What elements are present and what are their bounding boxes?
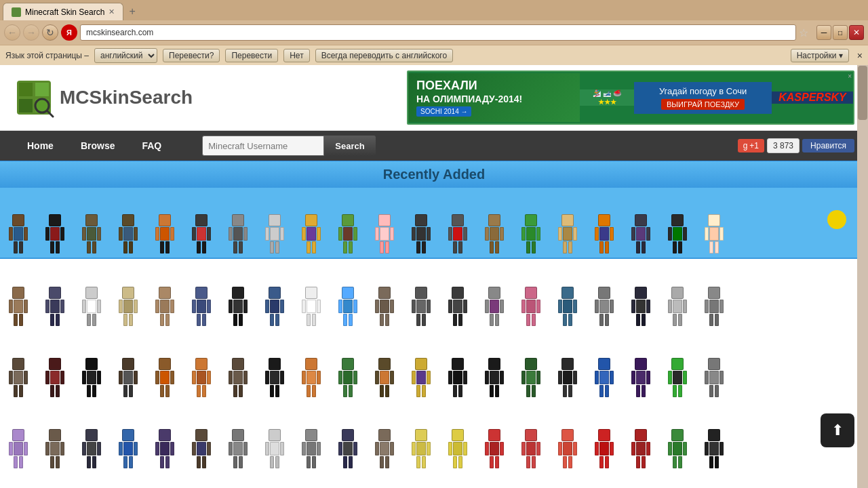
ad-banner[interactable]: ПОЕХАЛИ НА ОЛИМПИАДУ-2014! SOCHI 2014 → … bbox=[407, 70, 854, 125]
skin-item[interactable] bbox=[586, 213, 623, 255]
skin-item[interactable] bbox=[659, 428, 696, 470]
translate-question-btn[interactable]: Перевести? bbox=[163, 49, 220, 62]
skin-item[interactable] bbox=[330, 428, 366, 470]
skin-item[interactable] bbox=[513, 357, 549, 399]
skin-item[interactable] bbox=[696, 357, 732, 399]
fb-like-btn[interactable]: Нравится bbox=[802, 139, 854, 152]
skin-item[interactable] bbox=[183, 285, 220, 327]
skin-item[interactable] bbox=[293, 213, 330, 255]
skin-item[interactable] bbox=[220, 428, 256, 470]
skin-item[interactable] bbox=[623, 357, 659, 399]
skin-item[interactable] bbox=[183, 357, 220, 399]
skin-item[interactable] bbox=[256, 213, 293, 255]
address-input[interactable] bbox=[80, 24, 796, 41]
skin-item[interactable] bbox=[549, 357, 586, 399]
skin-item[interactable] bbox=[403, 428, 439, 470]
skin-item[interactable] bbox=[37, 285, 73, 327]
yandex-icon[interactable]: Я bbox=[61, 24, 77, 41]
search-input[interactable] bbox=[202, 136, 324, 156]
skin-item[interactable] bbox=[183, 213, 220, 255]
ad-sochi-btn[interactable]: SOCHI 2014 → bbox=[416, 106, 471, 117]
close-btn[interactable]: ✕ bbox=[849, 25, 864, 40]
skin-item[interactable] bbox=[696, 285, 732, 327]
skin-item[interactable] bbox=[37, 428, 73, 470]
skin-item[interactable] bbox=[586, 428, 623, 470]
skin-item[interactable] bbox=[549, 213, 586, 255]
skin-item[interactable] bbox=[0, 428, 37, 470]
skin-item[interactable] bbox=[146, 357, 183, 399]
skin-item[interactable] bbox=[476, 357, 513, 399]
skin-item[interactable] bbox=[220, 213, 256, 255]
skin-item[interactable] bbox=[403, 357, 439, 399]
skin-item[interactable] bbox=[330, 357, 366, 399]
refresh-btn[interactable]: ↻ bbox=[42, 24, 58, 41]
scrollbar[interactable] bbox=[857, 65, 868, 488]
skin-item[interactable] bbox=[293, 357, 330, 399]
skin-item[interactable] bbox=[659, 213, 696, 255]
skin-item[interactable] bbox=[73, 428, 110, 470]
nav-browse[interactable]: Browse bbox=[67, 132, 129, 159]
skin-item[interactable] bbox=[146, 285, 183, 327]
tab-close-btn[interactable]: ✕ bbox=[108, 7, 115, 16]
skin-item[interactable] bbox=[403, 285, 439, 327]
no-btn[interactable]: Нет bbox=[283, 49, 309, 62]
gplus-btn[interactable]: g +1 bbox=[738, 139, 764, 152]
skin-item[interactable] bbox=[439, 428, 476, 470]
nav-home[interactable]: Home bbox=[14, 132, 67, 159]
skin-item[interactable] bbox=[476, 285, 513, 327]
skin-item[interactable] bbox=[220, 285, 256, 327]
skin-item[interactable] bbox=[549, 428, 586, 470]
skin-item[interactable] bbox=[256, 357, 293, 399]
skin-item[interactable] bbox=[366, 428, 403, 470]
skin-item[interactable] bbox=[513, 428, 549, 470]
language-select[interactable]: английский bbox=[94, 48, 157, 63]
skin-item[interactable] bbox=[330, 285, 366, 327]
skin-item[interactable] bbox=[110, 213, 146, 255]
translate-settings-btn[interactable]: Настройки ▾ bbox=[791, 49, 849, 62]
skin-item[interactable] bbox=[623, 428, 659, 470]
skin-item[interactable] bbox=[476, 213, 513, 255]
skin-item[interactable] bbox=[366, 357, 403, 399]
skin-item[interactable] bbox=[549, 285, 586, 327]
skin-item[interactable] bbox=[110, 285, 146, 327]
skin-item[interactable] bbox=[659, 357, 696, 399]
skin-item[interactable] bbox=[513, 285, 549, 327]
ad-cta-btn[interactable]: ВЫИГРАЙ ПОЕЗДКУ bbox=[661, 99, 745, 110]
skin-item[interactable] bbox=[146, 428, 183, 470]
nav-faq[interactable]: FAQ bbox=[128, 132, 175, 159]
skin-item[interactable] bbox=[73, 357, 110, 399]
skin-item[interactable] bbox=[37, 357, 73, 399]
skin-item[interactable] bbox=[0, 357, 37, 399]
skin-item[interactable] bbox=[0, 285, 37, 327]
scroll-up-btn[interactable]: ⬆ bbox=[821, 413, 854, 447]
skin-item[interactable] bbox=[37, 213, 73, 255]
bookmark-btn[interactable]: ☆ bbox=[799, 26, 808, 39]
skin-item[interactable] bbox=[183, 428, 220, 470]
maximize-btn[interactable]: □ bbox=[833, 25, 848, 40]
skin-item[interactable] bbox=[256, 428, 293, 470]
new-tab-btn[interactable]: + bbox=[123, 3, 140, 20]
skin-item[interactable] bbox=[659, 285, 696, 327]
skin-item[interactable] bbox=[439, 213, 476, 255]
translate-btn[interactable]: Перевести bbox=[225, 49, 278, 62]
skin-item[interactable] bbox=[330, 213, 366, 255]
skin-item[interactable] bbox=[623, 213, 659, 255]
close-translate-btn[interactable]: × bbox=[857, 50, 863, 61]
skin-item[interactable] bbox=[623, 285, 659, 327]
skin-item[interactable] bbox=[73, 285, 110, 327]
skin-item[interactable] bbox=[439, 285, 476, 327]
skin-item[interactable] bbox=[513, 213, 549, 255]
always-translate-btn[interactable]: Всегда переводить с английского bbox=[315, 49, 453, 62]
skin-item[interactable] bbox=[403, 213, 439, 255]
minimize-btn[interactable]: ─ bbox=[816, 25, 831, 40]
skin-item[interactable] bbox=[0, 213, 37, 255]
skin-item[interactable] bbox=[110, 428, 146, 470]
skin-item[interactable] bbox=[256, 285, 293, 327]
skin-item[interactable] bbox=[146, 213, 183, 255]
skin-item[interactable] bbox=[220, 357, 256, 399]
skin-item[interactable] bbox=[586, 357, 623, 399]
skin-item[interactable] bbox=[366, 213, 403, 255]
skin-item[interactable] bbox=[696, 428, 732, 470]
skin-item[interactable] bbox=[439, 357, 476, 399]
skin-item[interactable] bbox=[110, 357, 146, 399]
